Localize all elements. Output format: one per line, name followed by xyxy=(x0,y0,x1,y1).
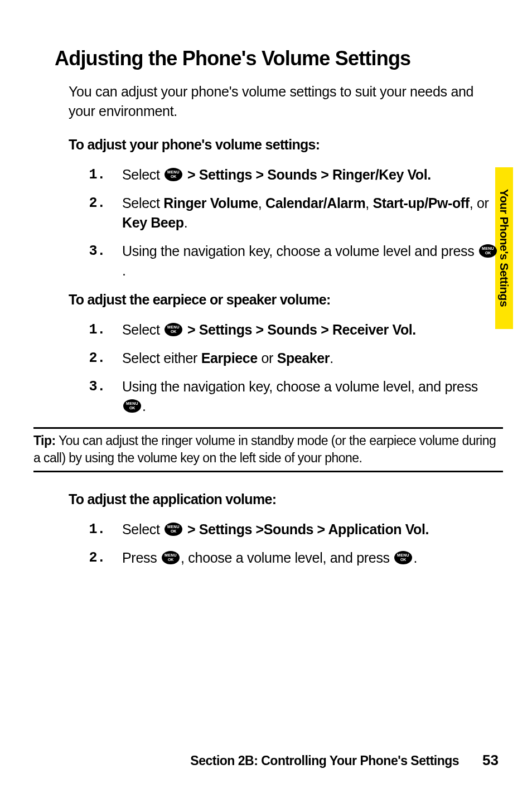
subhead-application-volume: To adjust the application volume: xyxy=(69,491,499,507)
menu-ok-icon xyxy=(478,244,497,258)
page-heading: Adjusting the Phone's Volume Settings xyxy=(55,47,499,70)
tip-label: Tip: xyxy=(33,433,56,448)
separator xyxy=(33,427,503,429)
step-text: Select xyxy=(122,167,163,182)
step-item: Select either Earpiece or Speaker. xyxy=(96,349,499,368)
subhead-volume-settings: To adjust your phone's volume settings: xyxy=(69,137,499,153)
step-text: , xyxy=(365,195,373,211)
steps-earpiece-speaker: Select > Settings > Sounds > Receiver Vo… xyxy=(96,320,499,416)
step-item: Select > Settings > Sounds > Ringer/Key … xyxy=(96,165,499,185)
tip-box: Tip: You can adjust the ringer volume in… xyxy=(33,432,503,467)
subhead-earpiece-speaker: To adjust the earpiece or speaker volume… xyxy=(69,292,499,308)
step-text: or xyxy=(258,350,277,366)
step-text: , or xyxy=(470,195,489,211)
step-item: Using the navigation key, choose a volum… xyxy=(96,377,499,416)
step-text: . xyxy=(184,215,188,230)
steps-application-volume: Select > Settings >Sounds > Application … xyxy=(96,520,499,568)
step-item: Press , choose a volume level, and press… xyxy=(96,548,499,568)
option-earpiece: Earpiece xyxy=(201,350,258,366)
tip-text: You can adjust the ringer volume in stan… xyxy=(33,433,496,466)
step-text: Press xyxy=(122,550,161,565)
menu-ok-icon xyxy=(164,322,183,337)
step-text: , xyxy=(258,195,265,211)
side-tab-label: Your Phone's Settings xyxy=(497,189,511,307)
option-speaker: Speaker xyxy=(277,350,330,366)
step-item: Select > Settings >Sounds > Application … xyxy=(96,520,499,539)
step-text: Using the navigation key, choose a volum… xyxy=(122,379,478,394)
page-footer: Section 2B: Controlling Your Phone's Set… xyxy=(0,752,532,769)
step-item: Select Ringer Volume, Calendar/Alarm, St… xyxy=(96,194,499,233)
step-text: . xyxy=(330,350,333,366)
step-text: . xyxy=(413,550,417,565)
step-text: , choose a volume level, and press xyxy=(181,550,393,565)
option-key-beep: Key Beep xyxy=(122,215,184,230)
step-text: Select xyxy=(122,195,163,211)
step-bold-path: > Settings > Sounds > Ringer/Key Vol. xyxy=(183,167,431,182)
option-ringer-volume: Ringer Volume xyxy=(163,195,258,211)
menu-ok-icon xyxy=(164,167,183,182)
step-item: Select > Settings > Sounds > Receiver Vo… xyxy=(96,320,499,340)
option-calendar-alarm: Calendar/Alarm xyxy=(265,195,365,211)
menu-ok-icon xyxy=(123,399,142,413)
step-bold-path: > Settings > Sounds > Receiver Vol. xyxy=(183,322,416,337)
option-startup-pwoff: Start-up/Pw-off xyxy=(373,195,470,211)
step-item: Using the navigation key, choose a volum… xyxy=(96,241,499,280)
step-text: Select xyxy=(122,521,163,537)
step-bold-path: > Settings >Sounds > Application Vol. xyxy=(183,521,429,537)
step-text: Select either xyxy=(122,350,201,366)
intro-text: You can adjust your phone's volume setti… xyxy=(69,82,499,121)
footer-section: Section 2B: Controlling Your Phone's Set… xyxy=(190,753,459,768)
footer-page-number: 53 xyxy=(482,752,499,769)
steps-volume-settings: Select > Settings > Sounds > Ringer/Key … xyxy=(96,165,499,280)
step-text: . xyxy=(122,263,126,278)
menu-ok-icon xyxy=(164,522,183,536)
step-text: . xyxy=(142,398,146,414)
menu-ok-icon xyxy=(161,550,180,565)
step-text: Select xyxy=(122,322,163,337)
step-text: Using the navigation key, choose a volum… xyxy=(122,243,478,259)
menu-ok-icon xyxy=(394,550,413,565)
